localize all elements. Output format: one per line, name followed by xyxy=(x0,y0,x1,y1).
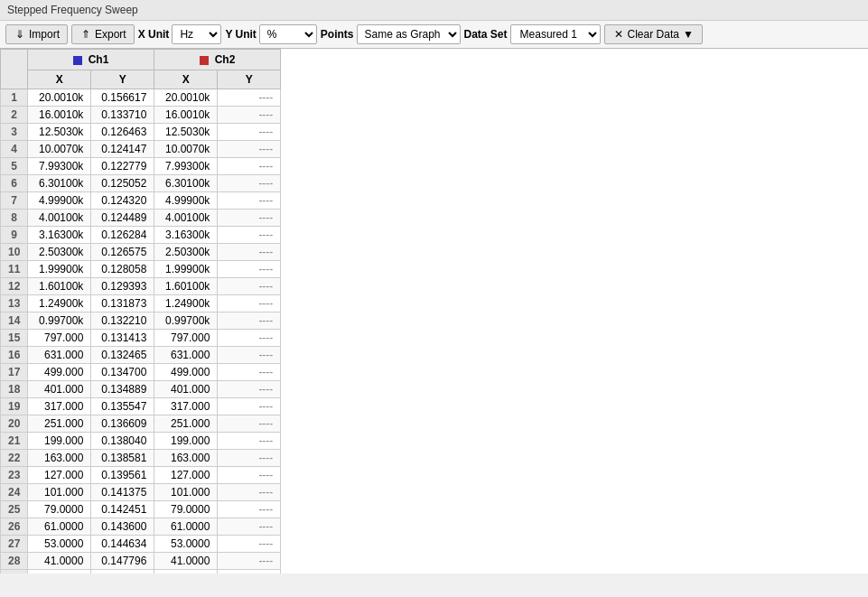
ch1-x-value: 16.0010k xyxy=(28,107,91,124)
ch2-x-value: 631.000 xyxy=(154,347,218,364)
ch2-y-value: ---- xyxy=(218,175,281,192)
table-row: 16631.0000.132465631.000---- xyxy=(1,347,281,364)
ch1-x-value: 53.0000 xyxy=(28,536,91,553)
points-select[interactable]: Same as Graph Custom xyxy=(357,24,461,44)
row-number: 23 xyxy=(1,467,28,484)
row-number: 9 xyxy=(1,227,28,244)
x-unit-label: X Unit xyxy=(138,28,170,41)
ch2-x-value: 251.000 xyxy=(154,415,218,433)
row-number: 1 xyxy=(1,89,28,107)
clear-dropdown-icon: ▼ xyxy=(682,28,695,41)
ch1-x-value: 61.0000 xyxy=(28,518,91,536)
ch1-x-value: 2.50300k xyxy=(28,244,91,261)
ch2-y-value: ---- xyxy=(218,398,281,415)
ch1-header: Ch1 xyxy=(28,50,154,70)
ch2-y-value: ---- xyxy=(218,89,281,107)
ch1-y-value: 0.139561 xyxy=(91,467,154,484)
ch1-x-value: 401.000 xyxy=(28,381,91,398)
ch2-x-value: 1.99900k xyxy=(154,261,218,278)
ch2-y-value: ---- xyxy=(218,107,281,124)
table-row: 22163.0000.138581163.000---- xyxy=(1,450,281,467)
ch2-y-value: ---- xyxy=(218,210,281,227)
ch2-x-value: 499.000 xyxy=(154,364,218,381)
row-number: 28 xyxy=(1,553,28,570)
ch2-y-value: ---- xyxy=(218,278,281,295)
ch2-y-value: ---- xyxy=(218,312,281,330)
row-number: 20 xyxy=(1,415,28,433)
ch1-x-value: 33.0000 xyxy=(28,570,91,574)
ch1-y-value: 0.128058 xyxy=(91,261,154,278)
x-unit-select[interactable]: Hz kHz MHz GHz xyxy=(172,24,221,44)
ch2-y-value: ---- xyxy=(218,192,281,210)
ch1-y-value: 0.129393 xyxy=(91,278,154,295)
table-row: 21199.0000.138040199.000---- xyxy=(1,433,281,450)
y-unit-select[interactable]: % dB Linear xyxy=(259,24,317,44)
table-row: 74.99900k0.1243204.99900k---- xyxy=(1,192,281,210)
ch1-y-value: 0.132210 xyxy=(91,312,154,330)
table-row: 57.99300k0.1227797.99300k---- xyxy=(1,158,281,175)
table-row: 20251.0000.136609251.000---- xyxy=(1,415,281,433)
table-row: 121.60100k0.1293931.60100k---- xyxy=(1,278,281,295)
ch1-y-value: 0.125052 xyxy=(91,175,154,192)
ch1-y-value: 0.131413 xyxy=(91,330,154,347)
row-number: 21 xyxy=(1,433,28,450)
table-row: 410.0070k0.12414710.0070k---- xyxy=(1,141,281,158)
table-row: 84.00100k0.1244894.00100k---- xyxy=(1,210,281,227)
points-label: Points xyxy=(321,28,354,41)
table-row: 93.16300k0.1262843.16300k---- xyxy=(1,227,281,244)
ch1-y-value: 0.132465 xyxy=(91,347,154,364)
ch1-x-value: 1.99900k xyxy=(28,261,91,278)
ch2-x-value: 4.00100k xyxy=(154,210,218,227)
ch2-x-value: 53.0000 xyxy=(154,536,218,553)
ch2-x-value: 4.99900k xyxy=(154,192,218,210)
ch1-y-value: 0.136609 xyxy=(91,415,154,433)
ch1-x-value: 79.0000 xyxy=(28,501,91,518)
ch1-y-value: 0.142451 xyxy=(91,501,154,518)
ch2-y-value: ---- xyxy=(218,381,281,398)
ch2-y-value: ---- xyxy=(218,415,281,433)
toolbar: ⇓ Import ⇑ Export X Unit Hz kHz MHz GHz … xyxy=(0,21,868,49)
row-number: 5 xyxy=(1,158,28,175)
ch1-x-value: 7.99300k xyxy=(28,158,91,175)
table-container: Ch1 Ch2 X Y X Y 120.0010k0.15661720.0010… xyxy=(0,49,868,574)
ch1-x-value: 1.60100k xyxy=(28,278,91,295)
ch1-x-value: 0.99700k xyxy=(28,312,91,330)
export-button[interactable]: ⇑ Export xyxy=(71,24,135,44)
ch2-y-value: ---- xyxy=(218,484,281,501)
ch2-x-value: 797.000 xyxy=(154,330,218,347)
table-row: 216.0010k0.13371016.0010k---- xyxy=(1,107,281,124)
ch1-y-value: 0.135547 xyxy=(91,398,154,415)
table-row: 24101.0000.141375101.000---- xyxy=(1,484,281,501)
ch2-y-value: ---- xyxy=(218,536,281,553)
row-number: 25 xyxy=(1,501,28,518)
ch2-x-value: 163.000 xyxy=(154,450,218,467)
ch2-y-value: ---- xyxy=(218,158,281,175)
row-number: 24 xyxy=(1,484,28,501)
ch1-y-value: 0.134889 xyxy=(91,381,154,398)
row-number: 3 xyxy=(1,124,28,141)
dataset-group: Data Set Measured 1 Measured 2 Measured … xyxy=(464,24,601,44)
ch2-x-header: X xyxy=(154,70,218,89)
ch1-x-value: 163.000 xyxy=(28,450,91,467)
import-button[interactable]: ⇓ Import xyxy=(5,24,68,44)
ch2-x-value: 20.0010k xyxy=(154,89,218,107)
ch1-x-value: 4.99900k xyxy=(28,192,91,210)
ch2-y-value: ---- xyxy=(218,501,281,518)
x-unit-group: X Unit Hz kHz MHz GHz xyxy=(138,24,222,44)
ch1-x-value: 631.000 xyxy=(28,347,91,364)
data-table: Ch1 Ch2 X Y X Y 120.0010k0.15661720.0010… xyxy=(0,49,281,574)
ch1-y-value: 0.141375 xyxy=(91,484,154,501)
ch1-y-value: 0.122779 xyxy=(91,158,154,175)
row-number: 22 xyxy=(1,450,28,467)
ch1-y-value: 0.138581 xyxy=(91,450,154,467)
table-row: 17499.0000.134700499.000---- xyxy=(1,364,281,381)
clear-data-button[interactable]: ✕ Clear Data ▼ xyxy=(604,24,703,44)
ch1-x-value: 12.5030k xyxy=(28,124,91,141)
ch2-x-value: 1.60100k xyxy=(154,278,218,295)
dataset-select[interactable]: Measured 1 Measured 2 Measured 3 xyxy=(510,24,601,44)
row-number: 27 xyxy=(1,536,28,553)
ch2-y-value: ---- xyxy=(218,124,281,141)
ch1-x-value: 127.000 xyxy=(28,467,91,484)
ch1-y-value: 0.131873 xyxy=(91,295,154,312)
table-row: 312.5030k0.12646312.5030k---- xyxy=(1,124,281,141)
